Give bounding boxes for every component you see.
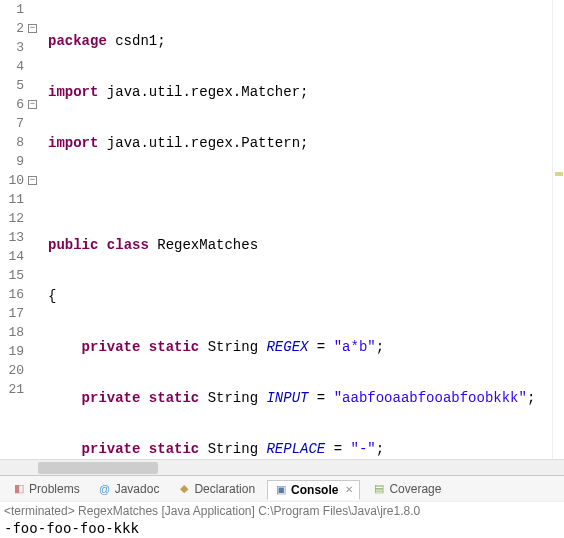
tab-javadoc[interactable]: @ Javadoc [92, 480, 166, 498]
tab-console[interactable]: ▣ Console ✕ [267, 480, 360, 500]
tab-label: Coverage [389, 482, 441, 496]
line-number: 11 [0, 190, 24, 209]
line-number: 17 [0, 304, 24, 323]
problems-icon: ◧ [12, 482, 26, 496]
line-number: 8 [0, 133, 24, 152]
line-number: 14 [0, 247, 24, 266]
line-number: 7 [0, 114, 24, 133]
bottom-tabs: ◧ Problems @ Javadoc ◆ Declaration ▣ Con… [0, 475, 564, 501]
tab-coverage[interactable]: ▤ Coverage [366, 480, 447, 498]
console-header: <terminated> RegexMatches [Java Applicat… [4, 504, 560, 518]
scrollbar-thumb[interactable] [38, 462, 158, 474]
marker-gutter: − − − [28, 0, 42, 459]
line-number-gutter: 1 2 3 4 5 6 7 8 9 10 11 12 13 14 15 16 1… [0, 0, 28, 459]
line-number: 19 [0, 342, 24, 361]
warning-marker[interactable] [555, 172, 563, 176]
close-icon[interactable]: ✕ [345, 484, 353, 495]
tab-label: Javadoc [115, 482, 160, 496]
line-number: 16 [0, 285, 24, 304]
tab-label: Console [291, 483, 338, 497]
line-number: 4 [0, 57, 24, 76]
line-number: 2 [0, 19, 24, 38]
tab-problems[interactable]: ◧ Problems [6, 480, 86, 498]
fold-icon[interactable]: − [28, 100, 37, 109]
line-number: 3 [0, 38, 24, 57]
line-number: 15 [0, 266, 24, 285]
line-number: 5 [0, 76, 24, 95]
line-number: 18 [0, 323, 24, 342]
line-number: 21 [0, 380, 24, 399]
code-area[interactable]: package csdn1; import java.util.regex.Ma… [42, 0, 552, 459]
coverage-icon: ▤ [372, 482, 386, 496]
line-number: 12 [0, 209, 24, 228]
console-view: <terminated> RegexMatches [Java Applicat… [0, 501, 564, 538]
declaration-icon: ◆ [177, 482, 191, 496]
fold-icon[interactable]: − [28, 24, 37, 33]
line-number: 6 [0, 95, 24, 114]
line-number: 9 [0, 152, 24, 171]
line-number: 13 [0, 228, 24, 247]
console-output[interactable]: -foo-foo-foo-kkk [4, 518, 560, 536]
tab-label: Problems [29, 482, 80, 496]
fold-icon[interactable]: − [28, 176, 37, 185]
tab-label: Declaration [194, 482, 255, 496]
code-editor[interactable]: 1 2 3 4 5 6 7 8 9 10 11 12 13 14 15 16 1… [0, 0, 564, 459]
horizontal-scrollbar[interactable] [0, 459, 564, 475]
line-number: 20 [0, 361, 24, 380]
line-number: 1 [0, 0, 24, 19]
overview-ruler[interactable] [552, 0, 564, 459]
tab-declaration[interactable]: ◆ Declaration [171, 480, 261, 498]
console-icon: ▣ [274, 483, 288, 497]
line-number: 10 [0, 171, 24, 190]
javadoc-icon: @ [98, 482, 112, 496]
